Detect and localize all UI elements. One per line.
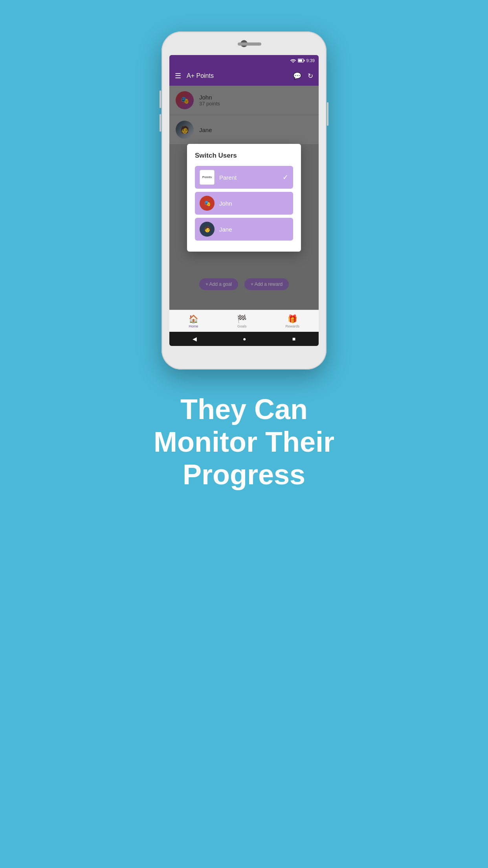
modal-title: Switch Users [195, 152, 293, 160]
bottom-nav: 🏠 Home 🏁 Goals 🎁 Rewards [169, 310, 319, 332]
parent-avatar-text: Points [202, 176, 212, 179]
svg-rect-1 [298, 59, 302, 62]
switch-user-john[interactable]: 🎭 John [195, 192, 293, 215]
refresh-icon[interactable]: ↻ [308, 72, 313, 80]
john-avatar-modal: 🎭 [200, 196, 215, 211]
time-display: 9:39 [306, 58, 315, 63]
chat-icon[interactable]: 💬 [293, 72, 301, 80]
wifi-icon [290, 58, 296, 63]
goals-nav-icon: 🏁 [237, 314, 247, 324]
status-bar: 9:39 [169, 55, 319, 66]
battery-icon [298, 59, 305, 63]
home-nav-icon: 🏠 [189, 314, 198, 324]
modal-dialog: Switch Users Points Parent ✓ 🎭 John [187, 144, 301, 252]
switch-user-john-name: John [219, 200, 288, 207]
hamburger-icon[interactable]: ☰ [175, 72, 181, 80]
phone-mockup: 9:39 ☰ A+ Points 💬 ↻ 🎭 John 37 points [161, 31, 327, 370]
nav-goals[interactable]: 🏁 Goals [237, 314, 247, 328]
android-nav: ◀ ● ■ [169, 332, 319, 346]
svg-rect-2 [304, 60, 305, 61]
home-button[interactable]: ● [243, 336, 246, 342]
switch-user-parent-name: Parent [219, 174, 283, 181]
selected-checkmark: ✓ [283, 173, 288, 182]
caption-line1: They Can [180, 394, 308, 425]
switch-user-parent[interactable]: Points Parent ✓ [195, 166, 293, 189]
nav-home[interactable]: 🏠 Home [189, 314, 198, 328]
volume-button-1 [160, 90, 161, 108]
caption-line3: Progress [183, 459, 305, 490]
app-bar: ☰ A+ Points 💬 ↻ [169, 66, 319, 86]
back-button[interactable]: ◀ [193, 336, 197, 342]
volume-button-2 [160, 114, 161, 132]
switch-user-jane[interactable]: 🧑 Jane [195, 218, 293, 241]
power-button [327, 102, 328, 126]
modal-overlay[interactable]: Switch Users Points Parent ✓ 🎭 John [169, 86, 319, 310]
caption-text: They Can Monitor Their Progress [154, 393, 334, 491]
nav-rewards-label: Rewards [285, 324, 299, 328]
app-bar-actions: 💬 ↻ [293, 72, 313, 80]
nav-rewards[interactable]: 🎁 Rewards [285, 314, 299, 328]
caption-section: They Can Monitor Their Progress [130, 393, 358, 491]
recents-button[interactable]: ■ [292, 336, 295, 342]
rewards-nav-icon: 🎁 [288, 314, 297, 324]
parent-avatar: Points [200, 170, 215, 185]
app-title: A+ Points [187, 72, 293, 79]
status-icons: 9:39 [290, 58, 315, 63]
switch-user-jane-name: Jane [219, 226, 288, 233]
screen-content: 🎭 John 37 points 🧑 Jane + Add a goal + A… [169, 86, 319, 310]
speaker [238, 42, 261, 46]
jane-avatar-modal: 🧑 [200, 222, 215, 237]
caption-line2: Monitor Their [154, 426, 334, 458]
nav-goals-label: Goals [237, 324, 247, 328]
nav-home-label: Home [189, 324, 198, 328]
phone-screen: 9:39 ☰ A+ Points 💬 ↻ 🎭 John 37 points [169, 55, 319, 346]
